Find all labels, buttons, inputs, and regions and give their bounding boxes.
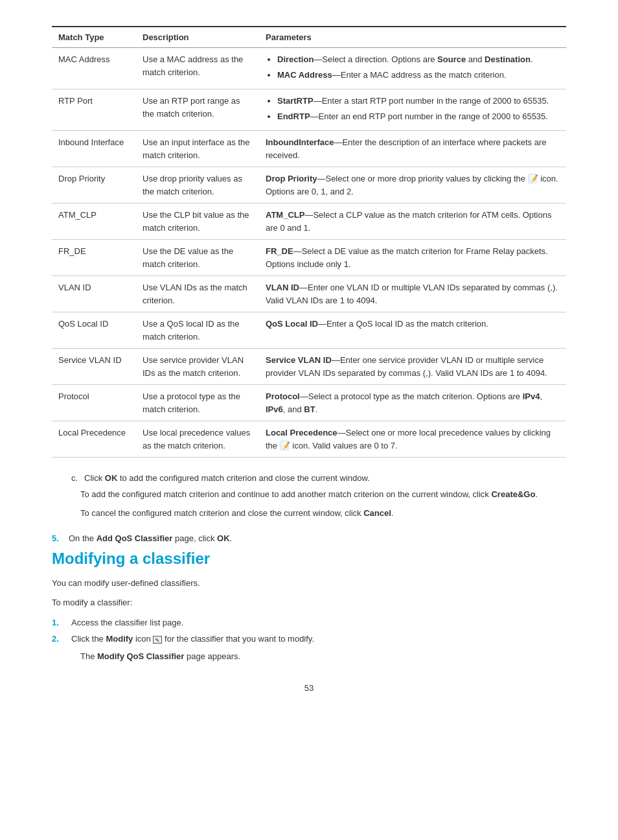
step-5-text: On the Add QoS Classifier page, click OK… — [69, 533, 232, 543]
description-cell: Use service provider VLAN IDs as the mat… — [136, 349, 259, 385]
table-row: Service VLAN IDUse service provider VLAN… — [52, 349, 566, 385]
section-intro2: To modify a classifier: — [52, 596, 566, 610]
step-c-label: c. — [71, 473, 80, 483]
parameters-cell: Local Precedence—Select one or more loca… — [259, 421, 566, 458]
parameters-cell: Drop Priority—Select one or more drop pr… — [259, 167, 566, 204]
section-intro: You can modify user-defined classifiers. — [52, 577, 566, 590]
parameters-cell: StartRTP—Enter a start RTP port number i… — [259, 89, 566, 131]
table-row: Local PrecedenceUse local precedence val… — [52, 421, 566, 458]
table-row: QoS Local IDUse a QoS local ID as the ma… — [52, 312, 566, 349]
mod-step-2-text: Click the Modify icon ✎ for the classifi… — [71, 634, 314, 644]
match-type-table: Match Type Description Parameters MAC Ad… — [52, 26, 566, 458]
parameters-cell: VLAN ID—Enter one VLAN ID or multiple VL… — [259, 276, 566, 312]
step-5: 5. On the Add QoS Classifier page, click… — [52, 533, 566, 543]
match-type-cell: FR_DE — [52, 240, 136, 276]
parameters-cell: InboundInterface—Enter the description o… — [259, 131, 566, 167]
table-row: VLAN IDUse VLAN IDs as the match criteri… — [52, 276, 566, 312]
table-row: MAC AddressUse a MAC address as the matc… — [52, 48, 566, 89]
match-type-cell: VLAN ID — [52, 276, 136, 312]
step-c-text: Click OK to add the configured match cri… — [84, 473, 370, 483]
table-row: ATM_CLPUse the CLP bit value as the matc… — [52, 204, 566, 240]
mod-step-2: 2. Click the Modify icon ✎ for the class… — [52, 634, 566, 644]
table-row: ProtocolUse a protocol type as the match… — [52, 385, 566, 421]
description-cell: Use local precedence values as the match… — [136, 421, 259, 458]
description-cell: Use an RTP port range as the match crite… — [136, 89, 259, 131]
table-row: Inbound InterfaceUse an input interface … — [52, 131, 566, 167]
col-header-parameters: Parameters — [259, 27, 566, 48]
parameters-cell: FR_DE—Select a DE value as the match cri… — [259, 240, 566, 276]
match-type-cell: Drop Priority — [52, 167, 136, 204]
match-type-cell: QoS Local ID — [52, 312, 136, 349]
description-cell: Use the DE value as the match criterion. — [136, 240, 259, 276]
parameters-cell: ATM_CLP—Select a CLP value as the match … — [259, 204, 566, 240]
modify-icon: ✎ — [153, 636, 162, 644]
description-cell: Use VLAN IDs as the match criterion. — [136, 276, 259, 312]
step-5-label: 5. — [52, 533, 65, 543]
match-type-cell: Service VLAN ID — [52, 349, 136, 385]
step-c-section: c. Click OK to add the configured match … — [52, 473, 566, 520]
mod-step-1-label: 1. — [52, 618, 67, 627]
step-c: c. Click OK to add the configured match … — [71, 473, 566, 483]
match-type-cell: Protocol — [52, 385, 136, 421]
param-item: MAC Address—Enter a MAC address as the m… — [277, 69, 560, 82]
step-c-create-go: To add the configured match criterion an… — [80, 488, 566, 502]
col-header-description: Description — [136, 27, 259, 48]
description-cell: Use drop priority values as the match cr… — [136, 167, 259, 204]
mod-step-2-result: The Modify QoS Classifier page appears. — [80, 650, 566, 664]
mod-step-1-text: Access the classifier list page. — [71, 618, 183, 627]
description-cell: Use a QoS local ID as the match criterio… — [136, 312, 259, 349]
match-type-cell: MAC Address — [52, 48, 136, 89]
match-type-cell: RTP Port — [52, 89, 136, 131]
step-c-cancel: To cancel the configured match criterion… — [80, 507, 566, 520]
match-type-cell: Local Precedence — [52, 421, 136, 458]
param-item: StartRTP—Enter a start RTP port number i… — [277, 95, 560, 108]
mod-step-2-label: 2. — [52, 634, 67, 644]
table-row: Drop PriorityUse drop priority values as… — [52, 167, 566, 204]
description-cell: Use the CLP bit value as the match crite… — [136, 204, 259, 240]
page-number: 53 — [52, 683, 566, 693]
match-type-cell: Inbound Interface — [52, 131, 136, 167]
table-row: FR_DEUse the DE value as the match crite… — [52, 240, 566, 276]
col-header-match-type: Match Type — [52, 27, 136, 48]
parameters-cell: Service VLAN ID—Enter one service provid… — [259, 349, 566, 385]
parameters-cell: Protocol—Select a protocol type as the m… — [259, 385, 566, 421]
description-cell: Use a MAC address as the match criterion… — [136, 48, 259, 89]
section-title-modifying: Modifying a classifier — [52, 550, 566, 568]
param-item: Direction—Select a direction. Options ar… — [277, 53, 560, 66]
table-row: RTP PortUse an RTP port range as the mat… — [52, 89, 566, 131]
match-type-cell: ATM_CLP — [52, 204, 136, 240]
description-cell: Use an input interface as the match crit… — [136, 131, 259, 167]
param-item: EndRTP—Enter an end RTP port number in t… — [277, 110, 560, 123]
parameters-cell: Direction—Select a direction. Options ar… — [259, 48, 566, 89]
description-cell: Use a protocol type as the match criteri… — [136, 385, 259, 421]
mod-step-1: 1. Access the classifier list page. — [52, 618, 566, 627]
parameters-cell: QoS Local ID—Enter a QoS local ID as the… — [259, 312, 566, 349]
